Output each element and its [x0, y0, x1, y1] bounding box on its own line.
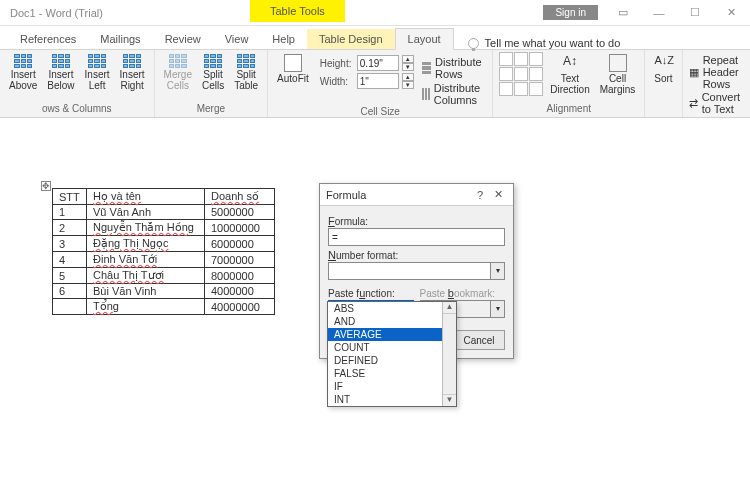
table-row: 5Châu Thị Tươi8000000: [53, 268, 275, 284]
function-dropdown[interactable]: ABS AND AVERAGE COUNT DEFINED FALSE IF I…: [327, 301, 457, 407]
distribute-rows-button[interactable]: Distribute Rows: [422, 56, 486, 80]
maximize-icon[interactable]: ☐: [684, 2, 706, 24]
group-alignment: A↕Text Direction Cell Margins Alignment: [493, 50, 645, 117]
dialog-close-icon[interactable]: ✕: [489, 188, 507, 201]
list-item[interactable]: AND: [328, 315, 456, 328]
dialog-title: Formula: [326, 189, 471, 201]
scrollbar[interactable]: ▲▼: [442, 302, 456, 406]
text-direction-button[interactable]: A↕Text Direction: [547, 52, 592, 97]
scroll-down-icon: ▼: [443, 394, 456, 406]
cancel-button[interactable]: Cancel: [453, 330, 505, 350]
dialog-help-icon[interactable]: ?: [471, 189, 489, 201]
tab-references[interactable]: References: [8, 29, 88, 49]
table-row: Tổng40000000: [53, 299, 275, 315]
cell-margins-button[interactable]: Cell Margins: [597, 52, 639, 97]
height-up[interactable]: ▲: [402, 55, 414, 63]
signin-button[interactable]: Sign in: [543, 5, 598, 20]
height-down[interactable]: ▼: [402, 63, 414, 71]
chevron-down-icon: ▾: [490, 263, 504, 279]
convert-text-button[interactable]: ⇄Convert to Text: [689, 91, 744, 115]
insert-left-button[interactable]: Insert Left: [82, 52, 113, 93]
scroll-up-icon: ▲: [443, 302, 456, 314]
close-icon[interactable]: ✕: [720, 2, 742, 24]
width-up[interactable]: ▲: [402, 73, 414, 81]
group-rows-columns: Insert Above Insert Below Insert Left In…: [0, 50, 155, 117]
insert-above-button[interactable]: Insert Above: [6, 52, 40, 93]
width-input[interactable]: [357, 73, 399, 89]
distribute-cols-button[interactable]: Distribute Columns: [422, 82, 486, 106]
table-row: 3Đặng Thị Ngọc6000000: [53, 236, 275, 252]
table-row: 2Nguyễn Thắm Hồng10000000: [53, 220, 275, 236]
height-input[interactable]: [357, 55, 399, 71]
context-tab-label: Table Tools: [250, 0, 345, 22]
document-area: ✥ STTHọ và tênDoanh số 1Vũ Vân Anh500000…: [0, 118, 750, 500]
repeat-header-button[interactable]: ▦Repeat Header Rows: [689, 54, 744, 90]
list-item[interactable]: ABS: [328, 302, 456, 315]
insert-right-button[interactable]: Insert Right: [117, 52, 148, 93]
ribbon: Insert Above Insert Below Insert Left In…: [0, 50, 750, 118]
window-title: Doc1 - Word (Trial): [0, 7, 103, 19]
ribbon-options-icon[interactable]: ▭: [612, 2, 634, 24]
group-cell-size: AutoFit Height:▲▼ Width:▲▼ Distribute Ro…: [268, 50, 493, 117]
table-row: 1Vũ Vân Anh5000000: [53, 205, 275, 220]
minimize-icon[interactable]: —: [648, 2, 670, 24]
word-table[interactable]: STTHọ và tênDoanh số 1Vũ Vân Anh5000000 …: [52, 188, 275, 315]
tab-layout[interactable]: Layout: [395, 28, 454, 50]
list-item[interactable]: IF: [328, 380, 456, 393]
title-bar: Doc1 - Word (Trial) Table Tools Sign in …: [0, 0, 750, 26]
table-row: 6Bùi Văn Vinh4000000: [53, 284, 275, 299]
tab-view[interactable]: View: [213, 29, 261, 49]
merge-cells-button: Merge Cells: [161, 52, 195, 93]
tab-help[interactable]: Help: [260, 29, 307, 49]
list-item[interactable]: INT: [328, 393, 456, 406]
tell-me-placeholder: Tell me what you want to do: [485, 37, 621, 49]
alignment-grid[interactable]: [499, 52, 543, 96]
tell-me[interactable]: Tell me what you want to do: [468, 37, 621, 49]
list-item[interactable]: FALSE: [328, 367, 456, 380]
number-format-select[interactable]: ▾: [328, 262, 505, 280]
split-table-button[interactable]: Split Table: [231, 52, 261, 93]
split-cells-button[interactable]: Split Cells: [199, 52, 227, 93]
width-down[interactable]: ▼: [402, 81, 414, 89]
formula-input[interactable]: [328, 228, 505, 246]
group-data: ▦Repeat Header Rows ⇄Convert to Text fxF…: [683, 50, 750, 117]
table-row: STTHọ và tênDoanh số: [53, 189, 275, 205]
autofit-button[interactable]: AutoFit: [274, 52, 312, 86]
tab-review[interactable]: Review: [153, 29, 213, 49]
table-move-handle[interactable]: ✥: [41, 181, 51, 191]
group-merge: Merge Cells Split Cells Split Table Merg…: [155, 50, 269, 117]
bulb-icon: [468, 38, 479, 49]
list-item[interactable]: COUNT: [328, 341, 456, 354]
insert-below-button[interactable]: Insert Below: [44, 52, 77, 93]
table-row: 4Đinh Văn Tới7000000: [53, 252, 275, 268]
chevron-down-icon: ▾: [490, 301, 504, 317]
tab-mailings[interactable]: Mailings: [88, 29, 152, 49]
group-sort: A↓ZSort: [645, 50, 682, 117]
list-item[interactable]: DEFINED: [328, 354, 456, 367]
ribbon-tabs: References Mailings Review View Help Tab…: [0, 26, 750, 50]
list-item[interactable]: AVERAGE: [328, 328, 456, 341]
sort-button[interactable]: A↓ZSort: [651, 52, 675, 86]
tab-table-design[interactable]: Table Design: [307, 29, 395, 49]
